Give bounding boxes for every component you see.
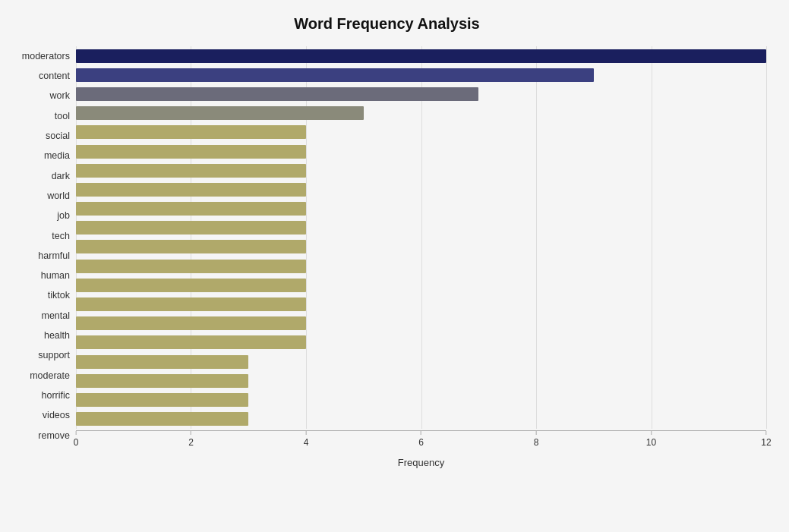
x-tick-label: 4 bbox=[304, 437, 309, 448]
bar-remove bbox=[76, 412, 248, 426]
x-tick-line bbox=[305, 431, 306, 435]
y-label: social bbox=[46, 131, 70, 141]
bar-health bbox=[76, 316, 306, 330]
y-labels: moderatorscontentworktoolsocialmediadark… bbox=[8, 46, 76, 468]
bar-row bbox=[76, 411, 766, 427]
chart-area: moderatorscontentworktoolsocialmediadark… bbox=[8, 46, 766, 468]
y-label: moderators bbox=[22, 52, 70, 61]
x-tick-label: 10 bbox=[646, 437, 656, 448]
x-tick: 6 bbox=[418, 431, 424, 448]
x-tick-label: 0 bbox=[74, 437, 79, 448]
bar-row bbox=[76, 277, 766, 294]
bar-row bbox=[76, 105, 766, 121]
y-label: support bbox=[38, 351, 70, 360]
bar-human bbox=[76, 260, 306, 273]
x-tick: 12 bbox=[761, 431, 771, 448]
bar-videos bbox=[76, 393, 248, 407]
y-label: harmful bbox=[38, 251, 70, 261]
bars-wrapper bbox=[76, 46, 766, 429]
x-tick: 0 bbox=[74, 431, 79, 448]
y-label: videos bbox=[43, 411, 70, 420]
bar-horrific bbox=[76, 374, 248, 388]
bar-row bbox=[76, 143, 766, 160]
x-tick-line bbox=[421, 431, 421, 435]
x-tick: 10 bbox=[646, 431, 656, 448]
bar-moderators bbox=[76, 49, 766, 63]
bar-row bbox=[76, 181, 766, 198]
bar-row bbox=[76, 296, 766, 313]
bar-content bbox=[76, 68, 594, 82]
bar-row bbox=[76, 238, 766, 255]
x-tick: 2 bbox=[188, 431, 194, 448]
bar-tool bbox=[76, 106, 364, 120]
x-tick-line bbox=[651, 431, 652, 435]
y-label: health bbox=[44, 331, 70, 341]
bar-social bbox=[76, 125, 306, 139]
x-tick-line bbox=[765, 431, 766, 435]
y-label: dark bbox=[52, 172, 70, 181]
x-tick-label: 8 bbox=[534, 437, 539, 448]
y-label: tool bbox=[55, 112, 70, 121]
bar-media bbox=[76, 145, 306, 159]
bar-row bbox=[76, 124, 766, 140]
bar-job bbox=[76, 202, 306, 216]
x-tick-label: 6 bbox=[418, 437, 424, 448]
bar-row bbox=[76, 258, 766, 275]
bars-area bbox=[76, 46, 766, 429]
bar-dark bbox=[76, 164, 306, 178]
bar-harmful bbox=[76, 240, 306, 253]
y-label: tiktok bbox=[48, 291, 70, 301]
bar-row bbox=[76, 67, 766, 83]
x-axis: 024681012 bbox=[76, 430, 766, 453]
chart-title: Word Frequency Analysis bbox=[8, 15, 766, 33]
x-tick: 8 bbox=[534, 431, 539, 448]
bar-mental bbox=[76, 297, 306, 311]
bar-row bbox=[76, 315, 766, 332]
bar-world bbox=[76, 183, 306, 197]
x-tick-line bbox=[535, 431, 536, 435]
y-label: job bbox=[57, 211, 70, 221]
bar-row bbox=[76, 373, 766, 389]
x-tick-label: 2 bbox=[188, 437, 194, 448]
x-tick-line bbox=[191, 431, 191, 435]
bar-row bbox=[76, 354, 766, 370]
bar-tech bbox=[76, 221, 306, 235]
y-label: moderate bbox=[30, 371, 70, 381]
x-axis-title: Frequency bbox=[76, 457, 766, 468]
bars-and-x: 024681012 Frequency bbox=[76, 46, 766, 468]
bar-support bbox=[76, 335, 306, 349]
bar-row bbox=[76, 392, 766, 408]
bar-tiktok bbox=[76, 279, 306, 292]
y-label: mental bbox=[41, 311, 70, 321]
grid-line bbox=[766, 46, 767, 429]
bar-row bbox=[76, 48, 766, 65]
bar-row bbox=[76, 334, 766, 351]
x-tick: 4 bbox=[304, 431, 309, 448]
y-label: tech bbox=[52, 231, 70, 241]
y-label: horrific bbox=[41, 391, 70, 401]
bar-row bbox=[76, 162, 766, 179]
bar-row bbox=[76, 86, 766, 102]
x-tick-line bbox=[76, 431, 77, 435]
y-label: work bbox=[50, 91, 70, 101]
y-label: media bbox=[44, 151, 70, 161]
y-label: world bbox=[47, 191, 70, 201]
y-label: content bbox=[39, 71, 70, 81]
chart-container: Word Frequency Analysis moderatorsconten… bbox=[0, 0, 789, 532]
y-label: remove bbox=[38, 431, 70, 441]
bar-work bbox=[76, 87, 478, 101]
bar-moderate bbox=[76, 355, 248, 369]
bar-row bbox=[76, 219, 766, 236]
x-tick-label: 12 bbox=[761, 437, 771, 448]
bar-row bbox=[76, 200, 766, 217]
y-label: human bbox=[41, 271, 70, 281]
